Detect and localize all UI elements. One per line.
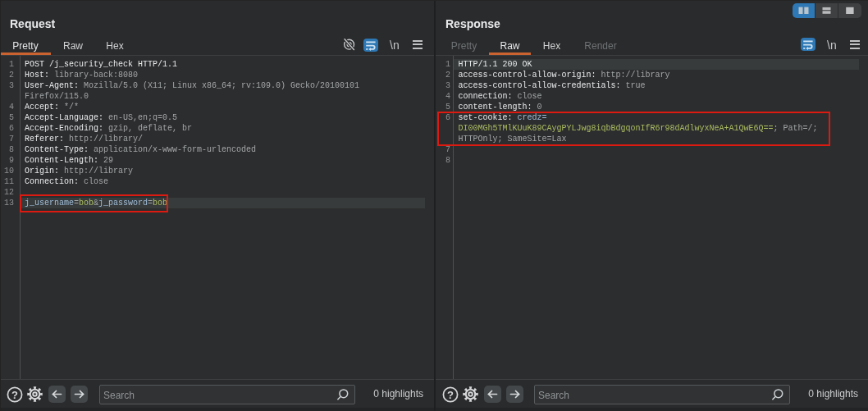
svg-text:?: ? — [11, 389, 18, 401]
svg-text:?: ? — [447, 389, 454, 401]
